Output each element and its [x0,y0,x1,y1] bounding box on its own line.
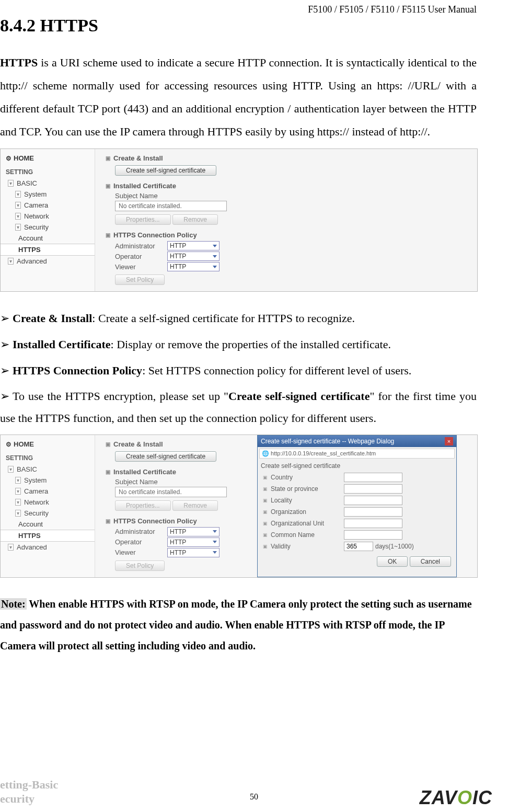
dialog-url-bar: 🌐 http://10.0.0.19/create_ssl_certificat… [259,449,455,459]
policy-admin-label: Administrator [115,242,167,250]
create-install-head: Create & Install [106,154,467,162]
policy-viewer-row: Viewer HTTP [115,262,467,271]
nav-https-active[interactable]: HTTPS [1,244,95,256]
nav-advanced[interactable]: Advanced [1,256,95,267]
nav-network-2[interactable]: Network [1,497,95,508]
nav-home-label-2: HOME [14,440,34,448]
policy-operator-dropdown[interactable]: HTTP [167,251,220,261]
nav-camera-label: Camera [24,201,48,209]
bullet1-rest: : Create a self-signed certificate for H… [92,312,355,325]
field-common-label: Common Name [271,531,344,539]
bullet2-bold: Installed Certificate [13,338,111,351]
remove-button-2[interactable]: Remove [172,500,218,511]
policy-operator-label: Operator [115,253,167,260]
nav-system-2[interactable]: System [1,475,95,486]
nav-account[interactable]: Account [1,233,95,244]
screenshot-https-with-dialog: HOME SETTING BASIC System Camera Network… [0,434,478,578]
installed-cert-head: Installed Certificate [106,182,467,190]
nav-home-label: HOME [14,154,34,162]
dropdown-viewer-2[interactable]: HTTP [167,548,220,557]
nav-camera-2[interactable]: Camera [1,486,95,497]
bullet3-rest: : Set HTTPS connection policy for differ… [142,364,411,377]
nav-sidebar: HOME SETTING BASIC System Camera Network… [1,149,95,291]
policy-admin-row: Administrator HTTP [115,241,467,250]
policy-viewer-dropdown[interactable]: HTTP [167,262,220,271]
validity-unit: days(1~1000) [375,543,414,550]
gear-icon [6,440,14,448]
field-country-input[interactable] [344,473,402,482]
bullet4-bold: Create self-signed certificate [228,390,370,403]
note-block: Note: When enable HTTPS with RTSP on mod… [0,593,477,656]
nav-advanced-2[interactable]: Advanced [1,542,95,553]
field-locality-input[interactable] [344,496,402,505]
field-state-input[interactable] [344,484,402,494]
nav-advanced-label: Advanced [17,257,47,265]
field-country-label: Country [271,474,344,481]
nav-camera[interactable]: Camera [1,200,95,211]
dialog-titlebar: Create self-signed certificate -- Webpag… [258,436,456,447]
field-org-label: Organization [271,508,344,516]
nav-security-label: Security [24,223,49,231]
nav-system-label: System [24,190,47,198]
set-policy-button[interactable]: Set Policy [115,275,165,285]
close-icon[interactable]: × [445,437,453,445]
field-org-input[interactable] [344,507,402,517]
field-locality-label: Locality [271,497,344,504]
policy-admin-dropdown[interactable]: HTTP [167,241,220,250]
field-validity-label: Validity [271,543,344,550]
dialog-ok-button[interactable]: OK [377,556,408,567]
nav-account-2[interactable]: Account [1,519,95,530]
bullet2-rest: : Display or remove the properties of th… [111,338,391,351]
nav-security-2[interactable]: Security [1,508,95,519]
field-validity-input[interactable]: 365 [344,542,373,551]
nav-security[interactable]: Security [1,222,95,233]
note-text: When enable HTTPS with RTSP on mode, the… [0,598,472,651]
properties-button-2[interactable]: Properties... [115,500,171,511]
nav-basic[interactable]: BASIC [1,178,95,189]
nav-https-active-2[interactable]: HTTPS [1,530,95,542]
footer-chapter-watermark: etting-Basicecurity [0,778,58,806]
certificate-dialog: Create self-signed certificate -- Webpag… [257,435,457,577]
bullet3-bold: HTTPS Connection Policy [13,364,142,377]
policy-operator-row: Operator HTTP [115,251,467,261]
note-label: Note: [0,598,27,610]
nav-network[interactable]: Network [1,211,95,222]
nav-network-label: Network [24,212,49,220]
field-orgunit-input[interactable] [344,519,402,528]
nav-setting-header: SETTING [1,164,95,178]
screenshot-https-settings: HOME SETTING BASIC System Camera Network… [0,148,478,292]
settings-content: Create & Install Create self-signed cert… [95,149,477,291]
nav-system[interactable]: System [1,189,95,200]
nav-basic-2[interactable]: BASIC [1,464,95,475]
manual-title: F5100 / F5105 / F5110 / F5115 User Manua… [308,4,477,15]
brand-logo: ZAVOIC [420,787,492,809]
nav-setting-header-2: SETTING [1,450,95,464]
bullet-list: Create & Install: Create a self-signed c… [0,307,477,429]
policy-viewer-label: Viewer [115,263,167,271]
dialog-title-text: Create self-signed certificate -- Webpag… [261,438,394,445]
create-self-signed-button-2[interactable]: Create self-signed certificate [115,451,216,462]
dialog-heading: Create self-signed certificate [258,460,456,472]
set-policy-button-2[interactable]: Set Policy [115,561,165,571]
nav-basic-label: BASIC [17,179,37,187]
bullet1-bold: Create & Install [13,312,92,325]
subject-name-field: No certificate installed. [115,201,227,211]
bullet4-pre: To use the HTTPS encryption, please set … [13,390,228,403]
gear-icon [6,154,14,162]
policy-head: HTTPS Connection Policy [106,231,467,239]
settings-content-2: Create & Install Create self-signed cert… [95,435,252,577]
page-number: 50 [250,792,258,802]
field-state-label: State or province [271,485,344,493]
properties-button[interactable]: Properties... [115,214,171,225]
create-self-signed-button[interactable]: Create self-signed certificate [115,165,216,176]
intro-rest: is a URI scheme used to indicate a secur… [0,56,477,138]
remove-button[interactable]: Remove [172,214,218,225]
dropdown-admin-2[interactable]: HTTP [167,527,220,536]
field-common-input[interactable] [344,530,402,540]
field-orgunit-label: Organizational Unit [271,520,344,527]
intro-lead-bold: HTTPS [0,56,38,69]
subject-name-label: Subject Name [115,192,467,200]
dropdown-operator-2[interactable]: HTTP [167,537,220,547]
nav-home[interactable]: HOME [1,152,95,164]
dialog-cancel-button[interactable]: Cancel [410,556,451,567]
